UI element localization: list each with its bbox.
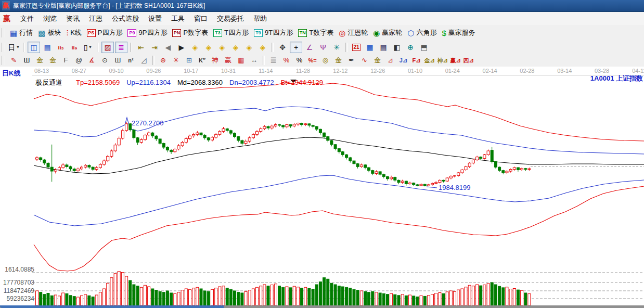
t-square-icon: T3	[213, 29, 222, 37]
gann-wheel-button[interactable]: ◎江恩轮	[336, 27, 370, 38]
k-quote-tool-button[interactable]: K″	[196, 55, 208, 66]
pan-tool-button[interactable]: ✥	[276, 42, 289, 53]
notes-button[interactable]: ▤	[377, 42, 390, 53]
fib-grid-button[interactable]: F	[60, 55, 72, 66]
info-panel-button[interactable]: ▤	[41, 42, 54, 53]
menu-item-5[interactable]: 设置	[144, 14, 166, 23]
shen-tool-button[interactable]: 神	[209, 55, 221, 66]
percent-retrace-button[interactable]: %=	[306, 55, 318, 66]
n-square-tool-button[interactable]: n²	[125, 55, 137, 66]
menu-item-3[interactable]: 江恩	[84, 14, 107, 23]
next-bar-button[interactable]: ▶	[175, 42, 188, 53]
target-circle-button[interactable]: ⊕	[157, 55, 169, 66]
p-square-button[interactable]: PSP四方形	[84, 27, 125, 38]
gold-levels-button[interactable]: 金	[332, 55, 344, 66]
period-selector-button[interactable]: 日▼	[8, 42, 20, 53]
menu-item-8[interactable]: 交易委托	[212, 14, 249, 23]
protractor-tool-button[interactable]: ⊙	[99, 55, 111, 66]
diamond-compress-button[interactable]: ◈	[229, 42, 242, 53]
time-grid-button[interactable]: Ш	[21, 55, 33, 66]
remote-assist-button[interactable]: ⬒	[418, 42, 430, 53]
bars-9-button[interactable]: ıı₉	[68, 42, 81, 53]
menu-item-2[interactable]: 资讯	[61, 14, 84, 23]
diamond-left-button[interactable]: ◈	[189, 42, 201, 53]
9t-square-button[interactable]: T99T四方形	[251, 27, 295, 38]
prev-bar-button[interactable]: ◀	[162, 42, 174, 53]
first-bar-button[interactable]: ⇤	[135, 42, 147, 53]
crosshair-tool-button[interactable]: +	[290, 42, 302, 53]
kline-button[interactable]: ⫶K线	[63, 27, 84, 38]
ruler-123-button[interactable]: ▦	[235, 55, 247, 66]
angle-j-button[interactable]: J⊿	[397, 55, 409, 66]
gold-grid-b-button[interactable]: 金	[47, 55, 59, 66]
gann-pattern-button[interactable]: ▨	[101, 42, 114, 53]
kline-chart-canvas[interactable]: 08-1308-2709-1009-2610-1710-3111-1411-28…	[0, 67, 644, 305]
p-number-table-button[interactable]: PNP数字表	[170, 27, 211, 38]
mirror-angle-button[interactable]: ◿	[138, 55, 150, 66]
ying-tool-button[interactable]: 赢	[222, 55, 234, 66]
angle-ying-button[interactable]: 赢⊿	[449, 55, 461, 66]
volume-bar	[218, 287, 221, 305]
menu-item-9[interactable]: 帮助	[249, 14, 272, 23]
menu-item-0[interactable]: 文件	[16, 14, 38, 23]
diamond-full-button[interactable]: ◈	[256, 42, 269, 53]
angle-shen-button[interactable]: 神⊿	[436, 55, 448, 66]
9p-square-button[interactable]: P99P四方形	[125, 27, 170, 38]
calendar-icon: 21	[352, 44, 360, 51]
menu-item-6[interactable]: 工具	[166, 14, 189, 23]
gann-web-box-button[interactable]: ⊞	[183, 55, 195, 66]
calendar-button[interactable]: 21	[350, 42, 363, 53]
quotes-button[interactable]: ▦行情	[7, 27, 35, 38]
gann-wheel-label: 江恩轮	[347, 28, 368, 37]
bars-3-button[interactable]: ıı₃	[55, 42, 67, 53]
diamond-right-button[interactable]: ◈	[202, 42, 215, 53]
p-square-label: P四方形	[98, 28, 123, 37]
sectors-button[interactable]: ▩板块	[35, 27, 63, 38]
profile-histogram-button[interactable]: ≣	[115, 42, 127, 53]
angle-measure-tool-button[interactable]: ∠	[303, 42, 316, 53]
sectors-icon: ▩	[38, 29, 45, 37]
diamond-expand-button[interactable]: ◈	[243, 42, 255, 53]
chart-area[interactable]: 08-1308-2709-1009-2610-1710-3111-1411-28…	[0, 67, 644, 305]
last-bar-button[interactable]: ⇥	[148, 42, 161, 53]
menu-item-1[interactable]: 浏览	[38, 14, 61, 23]
t-number-table-button[interactable]: TNT数字表	[295, 27, 336, 38]
save-button[interactable]: ◧	[391, 42, 403, 53]
percent-tool-button[interactable]: %	[293, 55, 305, 66]
gold-circle-button[interactable]: ◎	[319, 55, 331, 66]
t-square-button[interactable]: T3T四方形	[211, 27, 251, 38]
network-data-button[interactable]: ⊕	[404, 42, 417, 53]
trident-tool-button[interactable]: Ψ	[317, 42, 329, 53]
candle-body	[95, 168, 98, 170]
span-arrows-button[interactable]: ↔	[248, 55, 260, 66]
diamond-horizontal-button[interactable]: ◈	[216, 42, 228, 53]
winner-service-button[interactable]: $赢家服务	[439, 27, 478, 38]
spiral-tool-button[interactable]: @	[73, 55, 85, 66]
candle-body	[286, 125, 288, 127]
hexagon-button[interactable]: ⬡六角形	[405, 27, 439, 38]
wave-channel-button[interactable]: ∿	[358, 55, 370, 66]
gold-grid-a-button[interactable]: 金	[34, 55, 46, 66]
gold-levels-b-button[interactable]: 金	[371, 55, 383, 66]
pencil-tool-button[interactable]: ✎	[8, 55, 20, 66]
angle-gold-button[interactable]: 金⊿	[423, 55, 435, 66]
marker-pen-button[interactable]: ✒	[345, 55, 357, 66]
percent-slope-button[interactable]: %	[280, 55, 292, 66]
price-ladder-button[interactable]: ☰	[267, 55, 279, 66]
gann-web-button[interactable]: ✳	[170, 55, 182, 66]
crosshair-tool-icon: +	[294, 44, 298, 51]
angle-line-button[interactable]: ⊿	[384, 55, 396, 66]
candle-style-button[interactable]: ▯▼	[82, 42, 94, 53]
angle-four-button[interactable]: 四⊿	[462, 55, 474, 66]
candle-body	[211, 137, 214, 140]
scribble-view-button[interactable]: ◫	[28, 42, 40, 53]
volume-bar	[50, 296, 53, 305]
cycle-grid-button[interactable]: Ш	[112, 55, 124, 66]
menu-item-7[interactable]: 窗口	[189, 14, 212, 23]
angle-f-button[interactable]: F⊿	[410, 55, 422, 66]
winner-wheel-button[interactable]: ◉赢家轮	[370, 27, 405, 38]
calculator-button[interactable]: ▦	[364, 42, 376, 53]
compass-tool-button[interactable]: ∡	[86, 55, 98, 66]
web-tool-button[interactable]: ✳	[330, 42, 343, 53]
menu-item-4[interactable]: 公式选股	[107, 14, 144, 23]
